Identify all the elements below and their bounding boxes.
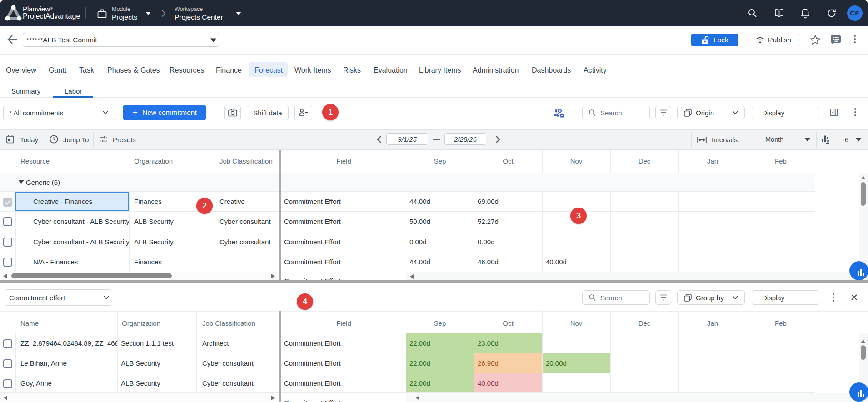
svg-text:#: #	[826, 139, 830, 145]
